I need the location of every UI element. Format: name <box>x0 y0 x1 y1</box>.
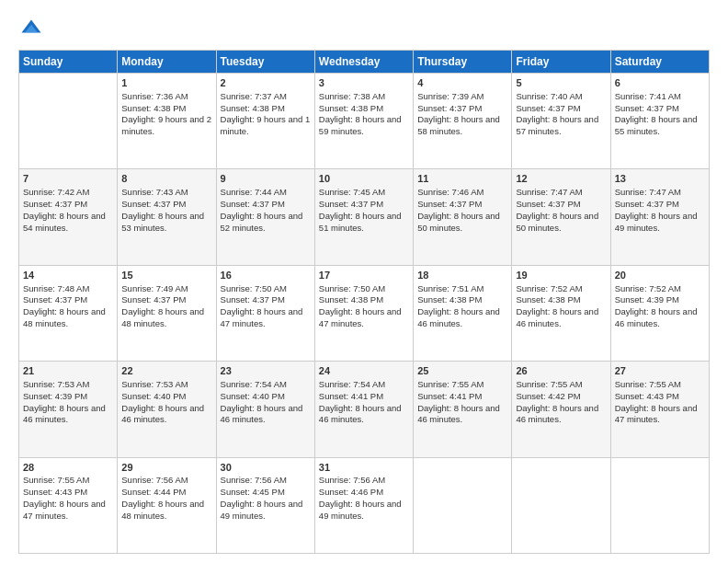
sunset-text: Sunset: 4:37 PM <box>121 294 186 304</box>
sunrise-text: Sunrise: 7:42 AM <box>23 187 89 197</box>
day-number: 14 <box>23 269 113 282</box>
calendar-week-row: 1Sunrise: 7:36 AMSunset: 4:38 PMDaylight… <box>19 74 710 169</box>
day-number: 13 <box>615 172 705 186</box>
sunset-text: Sunset: 4:39 PM <box>615 294 679 304</box>
logo <box>18 17 48 42</box>
day-number: 25 <box>417 364 507 378</box>
daylight-text: Daylight: 8 hours and 52 minutes. <box>221 211 303 233</box>
calendar-header-row: SundayMondayTuesdayWednesdayThursdayFrid… <box>19 51 710 74</box>
calendar-week-row: 7Sunrise: 7:42 AMSunset: 4:37 PMDaylight… <box>19 169 710 265</box>
daylight-text: Daylight: 8 hours and 47 minutes. <box>319 306 402 328</box>
daylight-text: Daylight: 8 hours and 55 minutes. <box>615 114 698 136</box>
day-number: 7 <box>23 172 113 186</box>
day-number: 22 <box>121 364 211 378</box>
calendar-cell: 24Sunrise: 7:54 AMSunset: 4:41 PMDayligh… <box>314 362 413 457</box>
calendar-cell: 28Sunrise: 7:55 AMSunset: 4:43 PMDayligh… <box>19 457 118 553</box>
daylight-text: Daylight: 8 hours and 46 minutes. <box>121 403 204 425</box>
sunrise-text: Sunrise: 7:50 AM <box>221 283 287 293</box>
calendar-cell: 1Sunrise: 7:36 AMSunset: 4:38 PMDaylight… <box>118 74 216 169</box>
day-number: 4 <box>417 76 507 90</box>
calendar-cell: 11Sunrise: 7:46 AMSunset: 4:37 PMDayligh… <box>414 169 512 265</box>
daylight-text: Daylight: 9 hours and 1 minute. <box>221 114 311 136</box>
calendar-cell: 18Sunrise: 7:51 AMSunset: 4:38 PMDayligh… <box>414 265 512 361</box>
daylight-text: Daylight: 8 hours and 54 minutes. <box>23 211 106 233</box>
sunset-text: Sunset: 4:37 PM <box>615 103 679 113</box>
calendar-cell: 22Sunrise: 7:53 AMSunset: 4:40 PMDayligh… <box>118 362 216 457</box>
calendar-cell: 6Sunrise: 7:41 AMSunset: 4:37 PMDaylight… <box>610 74 709 169</box>
sunrise-text: Sunrise: 7:40 AM <box>516 91 582 101</box>
sunrise-text: Sunrise: 7:36 AM <box>121 91 188 101</box>
calendar-cell: 2Sunrise: 7:37 AMSunset: 4:38 PMDaylight… <box>216 74 314 169</box>
sunrise-text: Sunrise: 7:48 AM <box>23 283 89 293</box>
sunrise-text: Sunrise: 7:56 AM <box>319 475 385 485</box>
day-number: 23 <box>221 364 311 378</box>
calendar-cell: 17Sunrise: 7:50 AMSunset: 4:38 PMDayligh… <box>314 265 413 361</box>
sunset-text: Sunset: 4:37 PM <box>23 199 87 209</box>
sunrise-text: Sunrise: 7:45 AM <box>319 187 385 197</box>
sunrise-text: Sunrise: 7:38 AM <box>319 91 385 101</box>
daylight-text: Daylight: 8 hours and 46 minutes. <box>516 306 598 328</box>
sunrise-text: Sunrise: 7:55 AM <box>516 379 582 389</box>
sunrise-text: Sunrise: 7:39 AM <box>417 91 483 101</box>
day-number: 29 <box>121 461 211 475</box>
calendar-cell: 31Sunrise: 7:56 AMSunset: 4:46 PMDayligh… <box>314 457 413 553</box>
sunrise-text: Sunrise: 7:47 AM <box>516 187 582 197</box>
day-number: 26 <box>516 364 606 378</box>
calendar-cell <box>414 457 512 553</box>
sunset-text: Sunset: 4:37 PM <box>417 199 482 209</box>
daylight-text: Daylight: 8 hours and 48 minutes. <box>121 306 204 328</box>
sunrise-text: Sunrise: 7:49 AM <box>121 283 188 293</box>
day-number: 28 <box>23 461 113 475</box>
daylight-text: Daylight: 8 hours and 47 minutes. <box>221 306 303 328</box>
daylight-text: Daylight: 8 hours and 57 minutes. <box>516 114 598 136</box>
daylight-text: Daylight: 8 hours and 46 minutes. <box>417 403 500 425</box>
sunset-text: Sunset: 4:38 PM <box>319 103 383 113</box>
sunset-text: Sunset: 4:42 PM <box>516 391 580 401</box>
daylight-text: Daylight: 8 hours and 58 minutes. <box>417 114 500 136</box>
daylight-text: Daylight: 8 hours and 48 minutes. <box>23 306 106 328</box>
sunrise-text: Sunrise: 7:46 AM <box>417 187 483 197</box>
sunrise-text: Sunrise: 7:55 AM <box>417 379 483 389</box>
sunset-text: Sunset: 4:38 PM <box>221 103 285 113</box>
daylight-text: Daylight: 8 hours and 46 minutes. <box>615 306 698 328</box>
day-number: 6 <box>615 76 705 90</box>
calendar-week-row: 21Sunrise: 7:53 AMSunset: 4:39 PMDayligh… <box>19 362 710 457</box>
header <box>18 17 710 42</box>
daylight-text: Daylight: 8 hours and 48 minutes. <box>121 499 204 521</box>
calendar-cell: 16Sunrise: 7:50 AMSunset: 4:37 PMDayligh… <box>216 265 314 361</box>
day-number: 16 <box>221 269 311 282</box>
day-header-wednesday: Wednesday <box>314 51 413 74</box>
sunrise-text: Sunrise: 7:55 AM <box>615 379 681 389</box>
sunrise-text: Sunrise: 7:50 AM <box>319 283 385 293</box>
calendar-cell: 5Sunrise: 7:40 AMSunset: 4:37 PMDaylight… <box>512 74 610 169</box>
day-number: 21 <box>23 364 113 378</box>
sunset-text: Sunset: 4:37 PM <box>615 199 679 209</box>
daylight-text: Daylight: 8 hours and 49 minutes. <box>221 499 303 521</box>
calendar-cell <box>19 74 118 169</box>
calendar-cell: 10Sunrise: 7:45 AMSunset: 4:37 PMDayligh… <box>314 169 413 265</box>
daylight-text: Daylight: 8 hours and 50 minutes. <box>516 211 598 233</box>
day-number: 8 <box>121 172 211 186</box>
sunrise-text: Sunrise: 7:54 AM <box>221 379 287 389</box>
day-number: 18 <box>417 269 507 282</box>
sunset-text: Sunset: 4:43 PM <box>23 487 87 497</box>
sunrise-text: Sunrise: 7:52 AM <box>516 283 582 293</box>
calendar-cell: 7Sunrise: 7:42 AMSunset: 4:37 PMDaylight… <box>19 169 118 265</box>
day-number: 20 <box>615 269 705 282</box>
sunrise-text: Sunrise: 7:55 AM <box>23 475 89 485</box>
sunset-text: Sunset: 4:40 PM <box>121 391 186 401</box>
sunset-text: Sunset: 4:38 PM <box>121 103 186 113</box>
daylight-text: Daylight: 8 hours and 49 minutes. <box>319 499 402 521</box>
day-header-monday: Monday <box>118 51 216 74</box>
calendar-cell: 9Sunrise: 7:44 AMSunset: 4:37 PMDaylight… <box>216 169 314 265</box>
sunrise-text: Sunrise: 7:41 AM <box>615 91 681 101</box>
calendar-table: SundayMondayTuesdayWednesdayThursdayFrid… <box>18 50 710 554</box>
sunrise-text: Sunrise: 7:43 AM <box>121 187 188 197</box>
sunrise-text: Sunrise: 7:44 AM <box>221 187 287 197</box>
daylight-text: Daylight: 8 hours and 50 minutes. <box>417 211 500 233</box>
calendar-cell: 19Sunrise: 7:52 AMSunset: 4:38 PMDayligh… <box>512 265 610 361</box>
day-number: 15 <box>121 269 211 282</box>
sunset-text: Sunset: 4:40 PM <box>221 391 285 401</box>
calendar-cell: 13Sunrise: 7:47 AMSunset: 4:37 PMDayligh… <box>610 169 709 265</box>
sunset-text: Sunset: 4:41 PM <box>319 391 383 401</box>
